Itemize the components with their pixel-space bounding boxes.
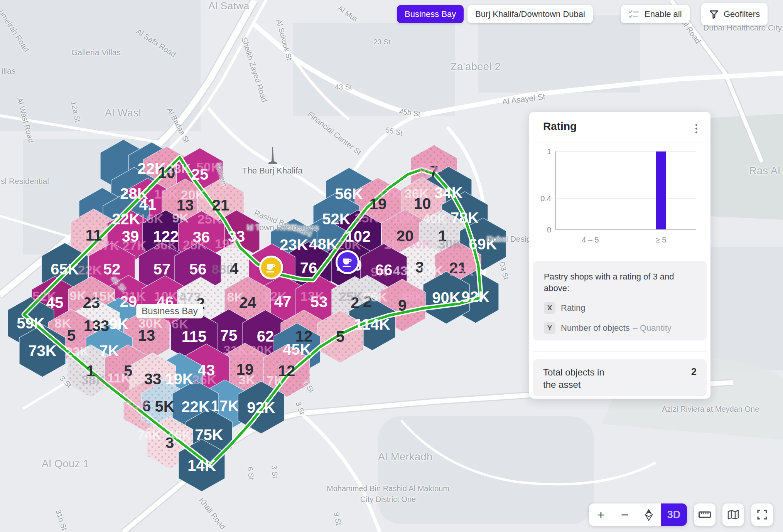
y-axis-legend: Y Number of objects – Quantity	[544, 322, 696, 334]
chart-ytick: 0	[547, 226, 551, 234]
x-axis	[555, 229, 696, 230]
y-badge: Y	[544, 322, 555, 334]
x-axis-legend: X Rating	[544, 302, 696, 314]
ruler-button[interactable]	[694, 503, 716, 526]
enable-all-button[interactable]: Enable all	[621, 5, 690, 23]
cafe-marker-yellow[interactable]	[259, 256, 283, 279]
panel-title: Rating	[543, 120, 577, 133]
checklist-icon	[628, 9, 640, 19]
compass-icon[interactable]	[637, 503, 661, 526]
geofilters-button[interactable]: Geofilters	[701, 3, 768, 25]
chip-business-bay[interactable]: Business Bay	[397, 5, 464, 23]
chart-description-box: Pastry shops with a rating of 3 and abov…	[533, 261, 707, 340]
chart-xtick: 4 – 5	[582, 236, 599, 244]
zoom-out-button[interactable]: −	[613, 503, 637, 526]
total-value: 2	[691, 366, 697, 377]
funnel-icon	[709, 9, 719, 19]
x-badge: X	[544, 302, 555, 314]
chart-bar[interactable]	[656, 152, 666, 229]
cafe-marker-purple[interactable]	[336, 250, 359, 274]
y-axis-label: Number of objects	[561, 323, 630, 333]
total-label-line1: Total objects in	[543, 366, 697, 379]
divider	[529, 143, 710, 143]
chart-xtick: ≥ 5	[656, 236, 667, 244]
total-label-line2: the asset	[543, 379, 697, 391]
rating-bar-chart: 00.414 – 5≥ 5	[555, 152, 696, 230]
chip-label: Geofilters	[724, 9, 760, 19]
fullscreen-button[interactable]	[751, 503, 773, 526]
map-icon	[727, 510, 739, 520]
fullscreen-icon	[757, 510, 767, 520]
total-objects-box: Total objects in the asset 2	[533, 359, 707, 396]
basemap-button[interactable]	[722, 503, 744, 526]
chart-description: Pastry shops with a rating of 3 and abov…	[544, 271, 696, 294]
chip-label: Business Bay	[405, 9, 456, 19]
y-axis-sublabel: – Quantity	[633, 323, 672, 333]
ruler-icon	[699, 510, 711, 519]
kebab-menu-icon[interactable]	[690, 122, 702, 135]
divider	[533, 352, 707, 352]
chart-gridline	[555, 151, 696, 152]
toggle-3d-button[interactable]: 3D	[661, 503, 687, 526]
chart-gridline	[555, 198, 696, 199]
map-zoom-controls: + − 3D	[589, 503, 687, 526]
zoom-in-button[interactable]: +	[589, 503, 613, 526]
rating-widget-panel: Rating 00.414 – 5≥ 5 Pastry shops with a…	[529, 112, 710, 399]
chart-ytick: 1	[547, 147, 551, 156]
chart-ytick: 0.4	[540, 194, 551, 203]
chip-label: Enable all	[645, 9, 682, 19]
chip-label: Burj Khalifa/Downtown Dubai	[475, 9, 585, 19]
x-axis-label: Rating	[561, 303, 586, 313]
y-axis	[555, 152, 556, 230]
chip-burj-khalifa-downtown[interactable]: Burj Khalifa/Downtown Dubai	[467, 5, 593, 23]
